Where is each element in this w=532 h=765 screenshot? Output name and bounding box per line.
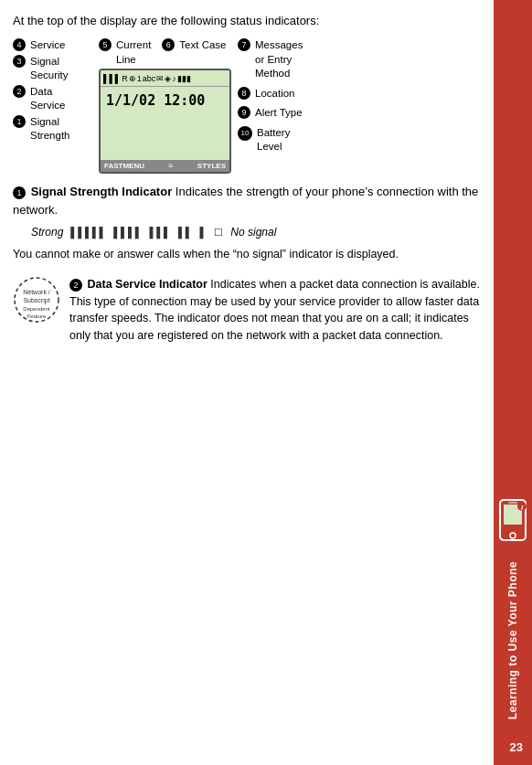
phone-status-bar: ▌▌▌ R ⊕ 1 abc ✉ ◈ ♪ ▮▮▮ xyxy=(101,70,229,87)
data-service-num-circle: 2 xyxy=(69,279,82,292)
signal-strength-row: Strong ▌▌▌▌▌ ▌▌▌▌ ▌▌▌ ▌▌ ▌ ☐ No signal xyxy=(31,226,481,239)
signal-heading: 1 Signal Strength Indicator Indicates th… xyxy=(13,183,481,218)
network-badge-svg: Network / Subscript Dependent Feature xyxy=(13,276,60,324)
line-icon: 1 xyxy=(137,74,142,83)
signal-strength-section: 1 Signal Strength Indicator Indicates th… xyxy=(13,183,481,263)
softkey-separator: ≡ xyxy=(169,162,174,170)
data-service-section: Network / Subscript Dependent Feature 2 … xyxy=(13,276,481,345)
num-2: 2 xyxy=(13,85,26,98)
softkey-left: FASTMENU xyxy=(104,162,144,170)
label-data-service: 2 DataService xyxy=(13,85,95,113)
svg-text:Feature: Feature xyxy=(27,313,47,319)
label-signal-security-text: SignalSecurity xyxy=(30,55,69,83)
label-service: 4 Service xyxy=(13,38,95,53)
signal-bar-1: ▌ xyxy=(200,227,207,238)
label-data-service-text: DataService xyxy=(30,85,65,113)
data-service-label-bold: Data Service Indicator xyxy=(87,278,207,291)
signal-heading-bold: Signal Strength Indicator xyxy=(31,185,173,198)
label-location-text: Location xyxy=(255,87,294,101)
network-badge: Network / Subscript Dependent Feature xyxy=(13,276,60,324)
num-9: 9 xyxy=(238,106,250,119)
signal-bar-0: ☐ xyxy=(214,227,223,239)
label-alert-type: 9 Alert Type xyxy=(238,106,481,121)
num-10: 10 xyxy=(238,126,252,141)
phone-body: 1/1/02 12:00 xyxy=(101,87,229,160)
page-number: 23 xyxy=(510,740,523,754)
label-current-line: 5 CurrentLine xyxy=(99,38,151,67)
alert-icon: ♪ xyxy=(172,74,176,83)
message-icon: ✉ xyxy=(156,74,164,83)
num-3: 3 xyxy=(13,55,26,68)
label-location: 8 Location xyxy=(238,87,481,101)
svg-point-7 xyxy=(510,533,516,538)
label-messages: 7 Messagesor EntryMethod xyxy=(238,38,481,81)
svg-text:Subscript: Subscript xyxy=(23,297,49,304)
softkey-right: STYLES xyxy=(197,162,226,170)
phone-softkeys: FASTMENU ≡ STYLES xyxy=(101,160,229,172)
label-alert-type-text: Alert Type xyxy=(255,106,303,121)
num-7: 7 xyxy=(238,38,250,51)
label-text-case: 6 Text Case xyxy=(162,38,226,67)
signal-bar-3: ▌▌▌ xyxy=(150,227,171,238)
num-6: 6 xyxy=(162,38,175,51)
signal-bars-icon: ▌▌▌ xyxy=(103,74,121,83)
top-labels-row: 5 CurrentLine 6 Text Case xyxy=(99,38,227,67)
left-labels-col: 4 Service 3 SignalSecurity 2 DataService… xyxy=(13,38,95,143)
no-signal-label: No signal xyxy=(230,226,276,239)
center-col: 5 CurrentLine 6 Text Case ▌▌▌ R ⊕ xyxy=(99,38,234,174)
signal-num-circle: 1 xyxy=(13,186,26,199)
svg-text:Network /: Network / xyxy=(23,289,50,295)
label-text-case-text: Text Case xyxy=(179,38,226,53)
text-case-icon: abc xyxy=(143,74,156,83)
label-battery-level: 10 BatteryLevel xyxy=(238,126,481,154)
roaming-icon: R xyxy=(122,74,128,83)
label-service-text: Service xyxy=(30,38,65,53)
battery-icon: ▮▮▮ xyxy=(177,74,191,83)
num-5: 5 xyxy=(99,38,112,51)
label-current-line-text: CurrentLine xyxy=(116,38,151,67)
phone-time: 1/1/02 12:00 xyxy=(106,92,224,109)
indicators-section: 4 Service 3 SignalSecurity 2 DataService… xyxy=(13,38,481,174)
svg-rect-8 xyxy=(508,502,517,504)
signal-bar-2: ▌▌ xyxy=(178,227,193,238)
data-service-body: 2 Data Service Indicator Indicates when … xyxy=(69,276,481,345)
num-4: 4 xyxy=(13,38,26,51)
signal-bar-5: ▌▌▌▌▌ xyxy=(70,227,106,238)
label-messages-text: Messagesor EntryMethod xyxy=(255,38,303,81)
location-icon: ◈ xyxy=(165,74,171,83)
num-1: 1 xyxy=(13,115,26,128)
sidebar-label: Learning to Use Your Phone xyxy=(506,561,519,719)
phone-icon: i xyxy=(496,499,529,545)
sidebar: i Learning to Use Your Phone xyxy=(494,0,532,765)
strong-label: Strong xyxy=(31,226,63,239)
right-labels-col: 7 Messagesor EntryMethod 8 Location 9 Al… xyxy=(238,38,481,154)
main-content: At the top of the display are the follow… xyxy=(0,0,494,765)
label-battery-level-text: BatteryLevel xyxy=(257,126,290,154)
data-service-text-block: 2 Data Service Indicator Indicates when … xyxy=(69,276,481,345)
signal-bar-4: ▌▌▌▌ xyxy=(113,227,142,238)
page-heading: At the top of the display are the follow… xyxy=(13,13,481,29)
page-container: At the top of the display are the follow… xyxy=(0,0,532,765)
data-icon: ⊕ xyxy=(129,74,136,83)
svg-text:Dependent: Dependent xyxy=(23,306,50,312)
num-8: 8 xyxy=(238,87,250,100)
phone-svg-icon: i xyxy=(496,499,529,545)
phone-screen: ▌▌▌ R ⊕ 1 abc ✉ ◈ ♪ ▮▮▮ 1/1/02 12:00 xyxy=(99,69,231,174)
signal-note: You cannot make or answer calls when the… xyxy=(13,246,481,263)
label-signal-strength: 1 SignalStrength xyxy=(13,115,95,143)
label-signal-strength-text: SignalStrength xyxy=(30,115,69,143)
label-signal-security: 3 SignalSecurity xyxy=(13,55,95,83)
